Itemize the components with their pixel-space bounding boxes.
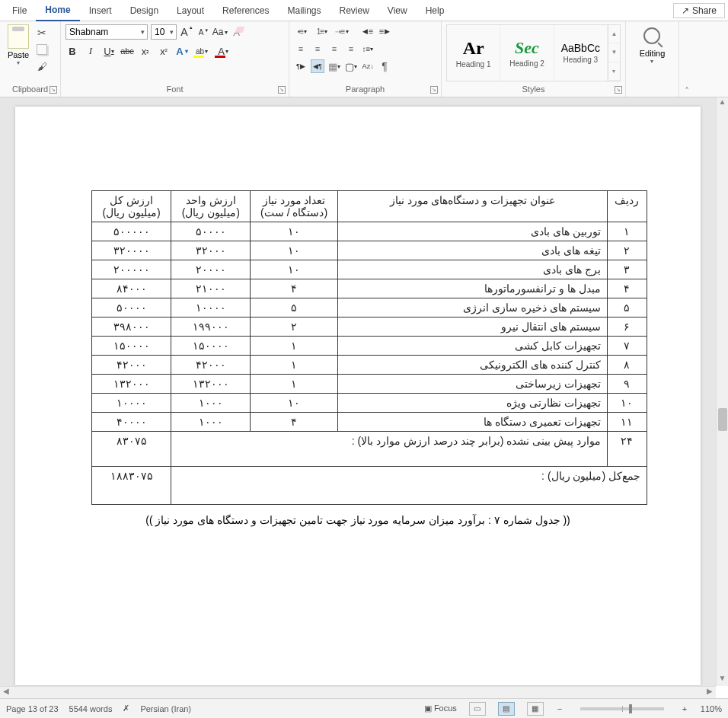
cell-row-no: ۱۱	[607, 413, 647, 432]
style-heading-1[interactable]: Ar Heading 1	[447, 25, 500, 81]
style-name-label: Heading 1	[456, 60, 491, 69]
cell-unit: ۱۰۰۰	[171, 394, 251, 413]
cell-row-no: ۸	[607, 356, 647, 375]
status-word-count[interactable]: 5544 words	[69, 704, 113, 713]
underline-button[interactable]: U▾	[102, 44, 116, 58]
sort-button[interactable]	[361, 59, 375, 73]
scroll-right-icon[interactable]: ▶	[704, 687, 716, 698]
status-language[interactable]: Persian (Iran)	[140, 704, 191, 713]
style-heading-2[interactable]: Sec Heading 2	[500, 25, 554, 81]
scroll-up-icon[interactable]: ▲	[717, 97, 728, 110]
rtl-paragraph-button[interactable]	[311, 59, 324, 73]
tab-home[interactable]: Home	[36, 0, 79, 21]
decrease-indent-button[interactable]	[361, 24, 375, 38]
web-layout-button[interactable]: ▦	[527, 702, 544, 716]
tab-file[interactable]: File	[3, 0, 36, 21]
group-paragraph: Paragraph ↘	[289, 21, 442, 97]
vertical-scrollbar[interactable]: ▲ ▼	[716, 97, 728, 686]
cell-title: برج های بادی	[337, 260, 607, 279]
tab-help[interactable]: Help	[417, 0, 454, 21]
cell-total: ۳۲۰۰۰۰	[92, 241, 171, 260]
paste-button[interactable]: Paste ▾	[5, 24, 32, 83]
styles-scroll[interactable]: ▲ ▼ ▾	[608, 25, 620, 81]
document-area[interactable]: ردیف عنوان تجهیزات و دستگاه‌های مورد نیا…	[0, 97, 716, 686]
change-case-button[interactable]	[213, 25, 227, 39]
zoom-level[interactable]: 110%	[701, 704, 722, 713]
bullets-button[interactable]	[294, 24, 311, 38]
paragraph-dialog-launcher[interactable]: ↘	[430, 86, 438, 94]
cell-unit: ۵۰۰۰۰	[171, 222, 251, 241]
zoom-in-button[interactable]: +	[679, 704, 690, 713]
shrink-font-button[interactable]	[196, 25, 210, 39]
chevron-down-icon: ▾	[650, 58, 653, 65]
clipboard-dialog-launcher[interactable]: ↘	[49, 86, 57, 94]
cell-unit: ۱۳۲۰۰۰	[171, 375, 251, 394]
highlight-color-button[interactable]: ▾	[193, 44, 210, 58]
scroll-down-icon[interactable]: ▼	[608, 43, 620, 62]
tab-view[interactable]: View	[378, 0, 417, 21]
focus-mode-button[interactable]: ▣ Focus	[424, 704, 457, 713]
format-painter-button[interactable]	[35, 59, 49, 73]
spellcheck-icon[interactable]: ✗	[123, 704, 129, 713]
italic-button[interactable]: I	[84, 44, 97, 58]
zoom-slider[interactable]	[580, 707, 664, 710]
superscript-button[interactable]	[157, 44, 171, 58]
zoom-out-button[interactable]: −	[554, 704, 565, 713]
table-row: ۹تجهیزات زیرساختی۱۱۳۲۰۰۰۱۳۲۰۰۰	[92, 375, 647, 394]
copy-button[interactable]	[35, 43, 49, 56]
numbering-button[interactable]	[314, 24, 330, 38]
scroll-thumb[interactable]	[718, 408, 727, 431]
cell-row-no: ۲	[607, 241, 647, 260]
align-right-button[interactable]	[327, 42, 341, 56]
scroll-down-icon[interactable]: ▼	[717, 674, 728, 686]
bold-button[interactable]: B	[65, 44, 79, 58]
subscript-button[interactable]	[139, 44, 152, 58]
tab-review[interactable]: Review	[330, 0, 378, 21]
scroll-up-icon[interactable]: ▲	[608, 25, 620, 43]
styles-more-icon[interactable]: ▾	[608, 62, 620, 81]
style-heading-3[interactable]: AaBbCc Heading 3	[554, 25, 608, 81]
cell-row-no: ۵	[607, 298, 647, 318]
tab-design[interactable]: Design	[121, 0, 168, 21]
show-marks-button[interactable]	[378, 59, 391, 73]
scroll-left-icon[interactable]: ◀	[0, 687, 12, 698]
strikethrough-button[interactable]: abc	[120, 44, 134, 58]
styles-gallery[interactable]: Ar Heading 1 Sec Heading 2 AaBbCc Headin…	[446, 24, 621, 81]
font-size-combo[interactable]: 10	[151, 24, 177, 40]
print-layout-button[interactable]: ▤	[498, 702, 515, 716]
status-page[interactable]: Page 13 of 23	[6, 704, 59, 713]
cell-title: سیستم های انتقال نیرو	[337, 318, 607, 337]
borders-button[interactable]	[344, 59, 358, 73]
tab-references[interactable]: References	[213, 0, 278, 21]
cell-total: ۸۴۰۰۰	[92, 279, 171, 298]
cell-total: ۱۵۰۰۰۰	[92, 337, 171, 356]
styles-dialog-launcher[interactable]: ↘	[615, 86, 622, 94]
editing-button[interactable]: Editing ▾	[640, 27, 666, 65]
text-effects-button[interactable]: A	[175, 44, 189, 58]
line-spacing-button[interactable]	[361, 42, 375, 56]
align-justify-button[interactable]	[344, 42, 358, 56]
cell-unit: ۱۹۹۰۰۰	[171, 318, 251, 337]
horizontal-scrollbar[interactable]: ◀ ▶	[0, 686, 716, 698]
font-name-combo[interactable]: Shabnam	[65, 24, 148, 40]
cut-button[interactable]	[35, 26, 49, 40]
shading-button[interactable]	[327, 59, 341, 73]
ribbon: Paste ▾ Clipboard ↘ Shabnam 10 B I U▾ ab…	[0, 21, 728, 97]
grow-font-button[interactable]	[180, 25, 193, 39]
clear-formatting-button[interactable]	[230, 25, 244, 39]
tab-layout[interactable]: Layout	[168, 0, 213, 21]
multilevel-list-button[interactable]	[334, 24, 350, 38]
font-color-button[interactable]: ▾	[215, 44, 231, 58]
share-button[interactable]: ↗ Share	[673, 3, 725, 18]
ltr-paragraph-button[interactable]	[294, 59, 308, 73]
cell-unit: ۱۰۰۰	[171, 413, 251, 432]
paste-label: Paste	[8, 50, 29, 59]
font-dialog-launcher[interactable]: ↘	[278, 86, 286, 94]
align-left-button[interactable]	[294, 42, 308, 56]
align-center-button[interactable]	[311, 42, 324, 56]
increase-indent-button[interactable]	[378, 24, 391, 38]
tab-insert[interactable]: Insert	[80, 0, 121, 21]
tab-mailings[interactable]: Mailings	[278, 0, 330, 21]
read-mode-button[interactable]: ▭	[469, 702, 486, 716]
collapse-ribbon-button[interactable]: ˄	[679, 21, 694, 97]
